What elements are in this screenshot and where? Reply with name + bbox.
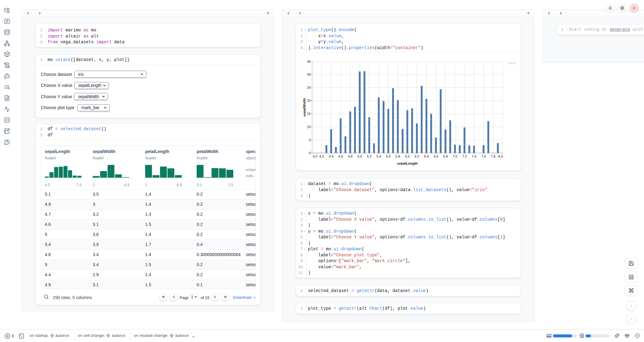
svg-text:sepalLength: sepalLength <box>397 162 418 165</box>
svg-text:0: 0 <box>309 151 311 155</box>
svg-text:5.0: 5.0 <box>357 155 362 158</box>
svg-text:7.2: 7.2 <box>462 155 467 158</box>
svg-text:6.0: 6.0 <box>405 155 410 158</box>
svg-text:4.8: 4.8 <box>348 155 352 158</box>
svg-text:6.4: 6.4 <box>424 155 429 158</box>
svg-text:sepalWidth: sepalWidth <box>302 98 306 116</box>
svg-text:15: 15 <box>307 112 311 116</box>
svg-text:4.6: 4.6 <box>338 155 343 158</box>
svg-text:4.4: 4.4 <box>329 155 333 158</box>
svg-text:6.2: 6.2 <box>414 155 419 158</box>
svg-text:5.4: 5.4 <box>377 155 381 158</box>
svg-text:20: 20 <box>307 99 311 102</box>
svg-text:7.0: 7.0 <box>453 155 457 158</box>
svg-text:6.8: 6.8 <box>443 155 448 158</box>
svg-text:4.2: 4.2 <box>319 155 324 158</box>
svg-text:5: 5 <box>309 138 311 142</box>
svg-text:7.8: 7.8 <box>491 155 495 158</box>
svg-text:5.8: 5.8 <box>395 155 400 158</box>
svg-text:35: 35 <box>307 60 311 63</box>
svg-text:5.6: 5.6 <box>386 155 391 158</box>
svg-text:5.2: 5.2 <box>367 155 371 158</box>
svg-text:7.4: 7.4 <box>472 155 476 158</box>
svg-text:25: 25 <box>307 86 311 89</box>
svg-text:6.6: 6.6 <box>434 155 438 158</box>
svg-text:10: 10 <box>307 125 311 129</box>
svg-text:4.0: 4.0 <box>313 155 317 158</box>
svg-text:7.6: 7.6 <box>481 155 486 158</box>
svg-text:30: 30 <box>307 73 311 76</box>
svg-text:8.0: 8.0 <box>498 155 503 158</box>
